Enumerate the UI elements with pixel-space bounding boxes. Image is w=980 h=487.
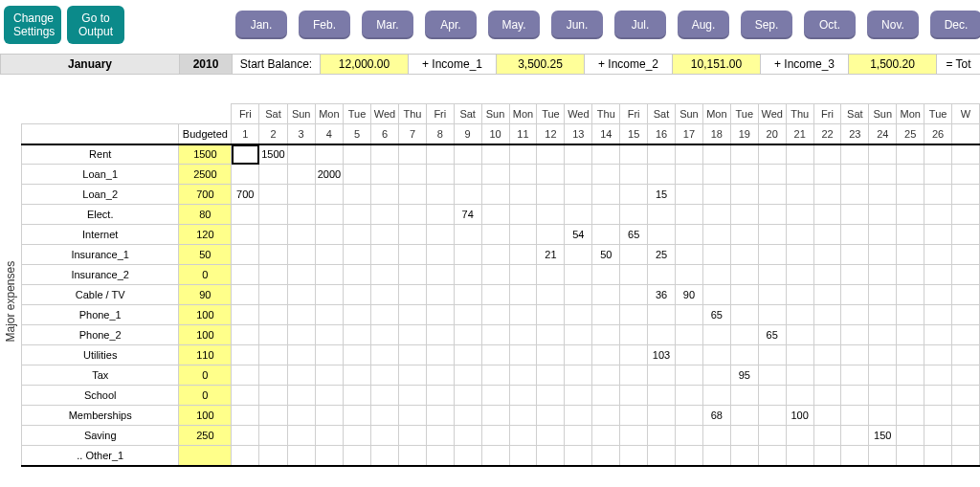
grid-cell[interactable] <box>620 446 648 466</box>
grid-cell[interactable] <box>232 144 259 165</box>
month-tab-dec[interactable]: Dec. <box>930 11 980 39</box>
grid-cell[interactable] <box>924 285 952 305</box>
grid-cell[interactable] <box>813 285 841 305</box>
grid-cell[interactable] <box>841 426 869 446</box>
grid-cell[interactable] <box>702 365 730 386</box>
grid-cell[interactable] <box>537 225 565 245</box>
grid-cell[interactable] <box>897 165 924 185</box>
budget-cell[interactable]: 100 <box>179 305 232 325</box>
budget-cell[interactable]: 1500 <box>179 144 232 165</box>
grid-cell[interactable] <box>841 225 869 245</box>
grid-cell[interactable] <box>675 144 702 165</box>
grid-cell[interactable] <box>841 144 869 165</box>
grid-cell[interactable] <box>259 426 287 446</box>
grid-cell[interactable] <box>952 225 980 245</box>
grid-cell[interactable] <box>869 365 897 386</box>
grid-cell[interactable] <box>841 406 869 426</box>
grid-cell[interactable] <box>399 325 427 345</box>
grid-cell[interactable] <box>344 446 371 466</box>
grid-cell[interactable] <box>565 325 592 345</box>
grid-cell[interactable] <box>952 446 980 466</box>
grid-cell[interactable] <box>287 386 315 406</box>
grid-cell[interactable]: 65 <box>758 325 786 345</box>
grid-cell[interactable] <box>620 345 648 365</box>
grid-cell[interactable] <box>315 205 343 225</box>
grid-cell[interactable] <box>259 345 287 365</box>
grid-cell[interactable] <box>481 185 509 205</box>
month-tab-oct[interactable]: Oct. <box>804 11 856 39</box>
expense-grid[interactable]: FriSatSunMonTueWedThuFriSatSunMonTueWedT… <box>21 103 980 467</box>
grid-cell[interactable] <box>648 165 676 185</box>
grid-cell[interactable] <box>565 185 592 205</box>
grid-cell[interactable] <box>841 185 869 205</box>
grid-cell[interactable] <box>675 345 702 365</box>
grid-cell[interactable] <box>565 245 592 265</box>
grid-cell[interactable] <box>869 325 897 345</box>
grid-cell[interactable] <box>509 165 537 185</box>
grid-cell[interactable] <box>371 365 399 386</box>
grid-cell[interactable] <box>648 406 676 426</box>
month-tab-feb[interactable]: Feb. <box>299 11 350 39</box>
grid-cell[interactable] <box>730 185 758 205</box>
grid-cell[interactable] <box>841 205 869 225</box>
grid-cell[interactable] <box>315 144 343 165</box>
grid-cell[interactable] <box>786 265 813 285</box>
grid-cell[interactable] <box>537 446 565 466</box>
grid-cell[interactable] <box>786 345 813 365</box>
grid-cell[interactable] <box>786 205 813 225</box>
grid-cell[interactable] <box>702 426 730 446</box>
budget-cell[interactable]: 100 <box>179 325 232 345</box>
grid-cell[interactable] <box>841 165 869 185</box>
grid-cell[interactable] <box>592 365 620 386</box>
grid-cell[interactable] <box>454 426 481 446</box>
grid-cell[interactable] <box>924 325 952 345</box>
grid-cell[interactable] <box>786 185 813 205</box>
go-to-output-button[interactable]: Go toOutput <box>67 6 124 44</box>
grid-cell[interactable] <box>344 245 371 265</box>
grid-cell[interactable] <box>232 406 259 426</box>
grid-cell[interactable] <box>924 165 952 185</box>
grid-cell[interactable] <box>232 285 259 305</box>
grid-cell[interactable] <box>620 285 648 305</box>
grid-cell[interactable] <box>426 185 454 205</box>
grid-cell[interactable] <box>897 245 924 265</box>
grid-cell[interactable] <box>758 205 786 225</box>
grid-cell[interactable] <box>399 406 427 426</box>
grid-cell[interactable] <box>592 185 620 205</box>
grid-cell[interactable] <box>426 406 454 426</box>
grid-cell[interactable] <box>592 285 620 305</box>
grid-cell[interactable] <box>481 325 509 345</box>
grid-cell[interactable] <box>509 365 537 386</box>
grid-cell[interactable] <box>786 305 813 325</box>
grid-cell[interactable] <box>371 386 399 406</box>
grid-cell[interactable]: 36 <box>648 285 676 305</box>
grid-cell[interactable] <box>897 205 924 225</box>
grid-cell[interactable] <box>786 325 813 345</box>
budget-cell[interactable]: 110 <box>179 345 232 365</box>
grid-cell[interactable] <box>786 446 813 466</box>
grid-cell[interactable] <box>344 325 371 345</box>
grid-cell[interactable] <box>675 225 702 245</box>
grid-cell[interactable] <box>454 325 481 345</box>
grid-cell[interactable] <box>454 305 481 325</box>
start-balance-value[interactable]: 12,000.00 <box>321 55 409 74</box>
grid-cell[interactable] <box>897 426 924 446</box>
grid-cell[interactable]: 68 <box>702 406 730 426</box>
grid-cell[interactable]: 21 <box>537 245 565 265</box>
grid-cell[interactable] <box>344 365 371 386</box>
grid-cell[interactable] <box>702 205 730 225</box>
grid-cell[interactable] <box>841 386 869 406</box>
grid-cell[interactable] <box>841 245 869 265</box>
grid-cell[interactable] <box>758 426 786 446</box>
grid-cell[interactable] <box>786 365 813 386</box>
grid-cell[interactable] <box>952 185 980 205</box>
grid-cell[interactable] <box>315 225 343 245</box>
grid-cell[interactable] <box>924 225 952 245</box>
grid-cell[interactable] <box>344 144 371 165</box>
grid-cell[interactable] <box>537 365 565 386</box>
grid-cell[interactable]: 2000 <box>315 165 343 185</box>
budget-cell[interactable] <box>179 446 232 466</box>
grid-cell[interactable] <box>454 345 481 365</box>
grid-cell[interactable] <box>454 406 481 426</box>
grid-cell[interactable] <box>869 285 897 305</box>
